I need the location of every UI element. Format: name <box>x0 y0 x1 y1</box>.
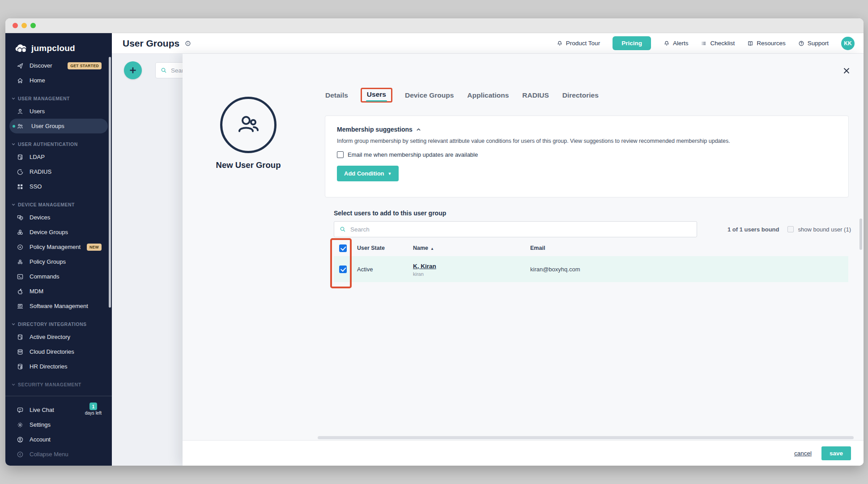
user-search-box <box>334 221 697 237</box>
info-icon[interactable] <box>185 40 191 47</box>
cancel-button[interactable]: cancel <box>794 450 812 457</box>
live-chat-icon <box>17 407 24 414</box>
sidebar-item-cloud-directories[interactable]: Cloud Directories <box>9 344 108 359</box>
user-groups-icon <box>17 123 24 130</box>
sidebar-item-label: Home <box>30 77 45 84</box>
add-user-group-button[interactable] <box>124 61 142 79</box>
sidebar-item-home[interactable]: Home <box>9 73 108 88</box>
column-email[interactable]: Email <box>530 245 848 251</box>
select-all-checkbox[interactable] <box>339 244 347 252</box>
sidebar-item-active-directory[interactable]: Active Directory <box>9 330 108 344</box>
sso-grid-icon <box>17 183 24 190</box>
sidebar-item-label: Settings <box>30 421 51 428</box>
sidebar-item-mdm[interactable]: MDM <box>9 284 108 299</box>
sidebar-item-label: SSO <box>30 183 42 190</box>
user-search-input[interactable] <box>350 226 692 233</box>
tab-directories[interactable]: Directories <box>562 89 600 102</box>
user-name-link[interactable]: K, Kiran <box>413 263 436 270</box>
sidebar-item-radius[interactable]: RADIUS <box>9 164 108 179</box>
caret-down-icon: ▼ <box>388 171 392 176</box>
email-updates-checkbox[interactable] <box>337 151 344 158</box>
sidebar-item-user-groups[interactable]: User Groups <box>9 119 108 133</box>
software-management-icon <box>17 303 24 310</box>
show-bound-user-label: show bound user (1) <box>798 226 851 233</box>
users-table: User State Name▲ Email Active K, Kiran k… <box>334 240 848 282</box>
membership-suggestions-toggle[interactable]: Membership suggestions <box>337 126 837 133</box>
sidebar-item-ldap[interactable]: LDAP <box>9 150 108 164</box>
chevron-down-icon <box>12 97 15 100</box>
sidebar-item-settings[interactable]: Settings <box>9 417 108 432</box>
sidebar-item-live-chat[interactable]: Live Chat 1 days left <box>9 403 108 417</box>
zoom-window-button[interactable] <box>30 23 36 28</box>
sidebar-item-account[interactable]: Account <box>9 432 108 447</box>
sidebar-item-discover[interactable]: Discover GET STARTED <box>9 58 108 73</box>
sidebar-item-devices[interactable]: Devices <box>9 210 108 225</box>
header-actions: Product Tour Pricing Alerts Checklist <box>557 36 855 50</box>
drawer-footer: cancel save <box>183 440 864 466</box>
sidebar-item-policy-management[interactable]: Policy Management NEW <box>9 240 108 254</box>
tab-radius[interactable]: RADIUS <box>521 89 549 102</box>
sidebar-item-label: Device Groups <box>30 229 68 236</box>
sidebar-item-label: Software Management <box>30 303 88 309</box>
vertical-scrollbar[interactable] <box>859 218 862 250</box>
horizontal-scrollbar[interactable] <box>318 436 854 439</box>
drawer-tabs: Details Users Device Groups Applications… <box>324 88 600 103</box>
select-users-title: Select users to add to this user group <box>334 210 446 217</box>
tab-users[interactable]: Users <box>366 88 387 101</box>
sidebar-item-collapse-menu[interactable]: Collapse Menu <box>9 447 108 462</box>
sidebar-section-user-management[interactable]: USER MANAGEMENT <box>12 93 112 104</box>
sidebar-item-policy-groups[interactable]: Policy Groups <box>9 254 108 269</box>
sidebar-nav: jumpcloud Discover GET STARTED Home <box>5 33 112 396</box>
trial-days-left: 1 days left <box>85 403 102 415</box>
sidebar-item-software-management[interactable]: Software Management <box>9 299 108 313</box>
users-table-header: User State Name▲ Email <box>334 240 848 256</box>
users-tab-annotation: Users <box>361 88 392 103</box>
sidebar-item-label: MDM <box>30 288 43 295</box>
sidebar: jumpcloud Discover GET STARTED Home <box>5 33 112 466</box>
sidebar-item-hr-directories[interactable]: HR Directories <box>9 359 108 374</box>
table-row[interactable]: Active K, Kiran kiran kiran@boxyhq.com <box>334 256 848 282</box>
alerts-button[interactable]: Alerts <box>664 40 689 47</box>
sidebar-section-device-management[interactable]: DEVICE MANAGEMENT <box>12 199 112 210</box>
save-button[interactable]: save <box>821 446 851 460</box>
section-title: USER MANAGEMENT <box>18 96 70 101</box>
policy-management-icon <box>17 244 24 251</box>
sidebar-item-users[interactable]: Users <box>9 104 108 119</box>
support-button[interactable]: Support <box>798 40 829 47</box>
checklist-button[interactable]: Checklist <box>701 40 735 47</box>
tab-applications[interactable]: Applications <box>466 89 510 102</box>
sidebar-section-directory-integrations[interactable]: DIRECTORY INTEGRATIONS <box>12 319 112 330</box>
column-name[interactable]: Name▲ <box>413 245 530 251</box>
sidebar-scrollbar[interactable] <box>109 57 111 308</box>
show-bound-user-checkbox[interactable] <box>787 226 794 232</box>
sidebar-item-label: HR Directories <box>30 363 68 370</box>
column-user-state[interactable]: User State <box>357 245 413 251</box>
close-window-button[interactable] <box>13 23 18 28</box>
resources-button[interactable]: Resources <box>747 40 786 47</box>
sidebar-item-commands[interactable]: Commands <box>9 269 108 284</box>
minimize-window-button[interactable] <box>21 23 27 28</box>
tab-device-groups[interactable]: Device Groups <box>404 89 455 102</box>
commands-terminal-icon <box>17 273 24 280</box>
user-name-cell: K, Kiran kiran <box>413 262 530 277</box>
pricing-button[interactable]: Pricing <box>613 36 651 50</box>
alerts-label: Alerts <box>673 40 689 47</box>
section-title: DEVICE MANAGEMENT <box>18 202 75 207</box>
sidebar-section-security-management[interactable]: SECURITY MANAGEMENT <box>12 379 112 390</box>
sidebar-item-device-groups[interactable]: Device Groups <box>9 225 108 240</box>
row-checkbox[interactable] <box>339 266 347 273</box>
sidebar-item-label: Discover <box>30 62 52 69</box>
sidebar-item-sso[interactable]: SSO <box>9 179 108 194</box>
close-icon[interactable] <box>842 66 851 77</box>
tab-details[interactable]: Details <box>324 89 349 102</box>
add-condition-label: Add Condition <box>344 170 384 177</box>
product-tour-button[interactable]: Product Tour <box>557 40 600 47</box>
ldap-database-icon <box>17 154 24 161</box>
avatar[interactable]: KK <box>841 37 855 50</box>
add-condition-button[interactable]: Add Condition ▼ <box>337 166 399 181</box>
jumpcloud-logo[interactable]: jumpcloud <box>5 33 112 55</box>
sidebar-item-label: Active Directory <box>30 334 70 340</box>
checklist-icon <box>701 40 707 47</box>
plus-icon <box>128 66 137 75</box>
sidebar-section-user-authentication[interactable]: USER AUTHENTICATION <box>12 139 112 150</box>
